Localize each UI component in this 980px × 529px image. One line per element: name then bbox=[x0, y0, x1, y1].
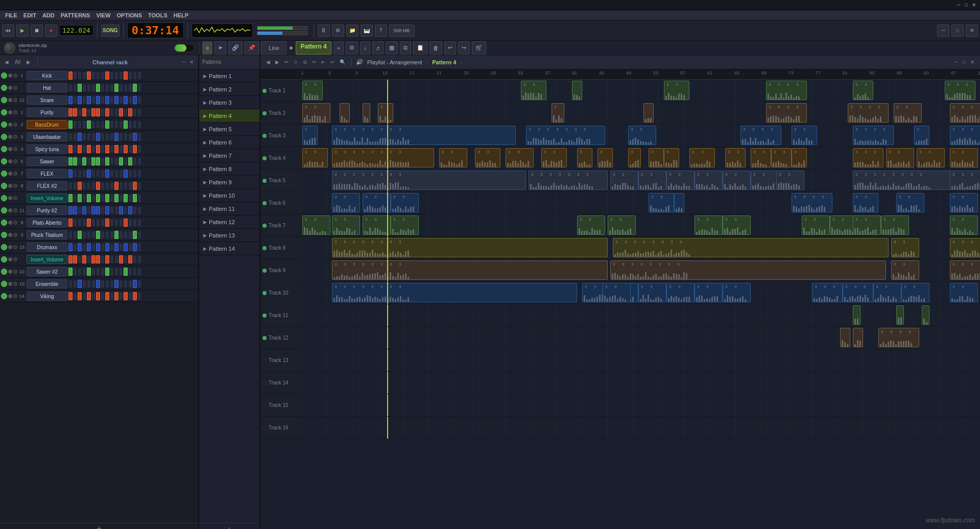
channel-row[interactable]: 9 Plato Abierto bbox=[0, 217, 198, 229]
channel-row[interactable]: Insert_Volume bbox=[0, 253, 198, 266]
mini-step[interactable] bbox=[82, 268, 86, 276]
ch-solo-btn[interactable] bbox=[13, 184, 17, 188]
sample-browser-btn[interactable]: 📁 bbox=[346, 25, 358, 37]
mini-step[interactable] bbox=[73, 194, 77, 202]
ch-mute-btn[interactable] bbox=[8, 123, 12, 127]
channel-row[interactable]: 8 FLEX #2 bbox=[0, 180, 198, 192]
mini-step[interactable] bbox=[114, 206, 118, 214]
clip-block[interactable]: 33 bbox=[363, 215, 391, 235]
pattern-add-btn[interactable]: + bbox=[333, 41, 344, 55]
mini-step[interactable] bbox=[137, 133, 141, 141]
clip-block[interactable]: 33 bbox=[723, 171, 751, 190]
mini-step[interactable] bbox=[91, 71, 95, 80]
mini-step[interactable] bbox=[73, 206, 77, 214]
clip-block[interactable]: 33 bbox=[751, 148, 771, 167]
mini-step[interactable] bbox=[82, 170, 86, 178]
pattern-props-btn[interactable]: ⚙ bbox=[346, 41, 358, 55]
ch-solo-btn[interactable] bbox=[13, 159, 17, 163]
clip-block[interactable]: 3 bbox=[914, 126, 929, 145]
mini-step[interactable] bbox=[124, 182, 128, 190]
ch-mute-btn[interactable] bbox=[8, 208, 12, 212]
mini-step[interactable] bbox=[128, 292, 132, 300]
del-btn[interactable]: 🗑 bbox=[429, 41, 442, 55]
mini-step[interactable] bbox=[119, 280, 123, 288]
clip-block[interactable]: 33 bbox=[363, 193, 391, 212]
clip-block[interactable]: 33 bbox=[302, 81, 323, 100]
mini-step[interactable] bbox=[91, 280, 95, 288]
clip-block[interactable]: 3333 bbox=[740, 126, 781, 145]
clip-block[interactable]: 3333 bbox=[766, 81, 807, 100]
clip-block[interactable]: 33333333 bbox=[950, 238, 980, 257]
channel-row[interactable]: 13 Drumaxx bbox=[0, 241, 198, 253]
clip-block[interactable]: 33 bbox=[896, 193, 924, 212]
mini-step[interactable] bbox=[68, 71, 73, 80]
mini-step[interactable] bbox=[119, 255, 123, 263]
menu-add[interactable]: ADD bbox=[39, 11, 58, 19]
pl-draw-btn[interactable]: ✏ bbox=[283, 59, 290, 65]
mini-step[interactable] bbox=[105, 219, 109, 227]
clip-block[interactable]: 33 bbox=[917, 148, 945, 167]
track-clips-area[interactable] bbox=[301, 372, 980, 394]
ch-power-btn[interactable] bbox=[1, 97, 7, 103]
clip-block[interactable] bbox=[340, 103, 350, 123]
menu-view[interactable]: VIEW bbox=[93, 11, 113, 19]
mini-step[interactable] bbox=[137, 84, 141, 92]
mini-step[interactable] bbox=[110, 108, 114, 116]
clip-block[interactable]: 33 bbox=[391, 193, 419, 212]
song-btn[interactable]: SONG bbox=[101, 25, 119, 37]
channel-row[interactable]: 10 Ensemble bbox=[0, 278, 198, 290]
mini-step[interactable] bbox=[96, 145, 100, 153]
ch-mute-btn[interactable] bbox=[8, 110, 12, 114]
clip-block[interactable]: 33 bbox=[853, 193, 878, 212]
mini-step[interactable] bbox=[78, 182, 82, 190]
mini-step[interactable] bbox=[105, 121, 109, 129]
track-clips-area[interactable]: 3333333333333333333 bbox=[301, 80, 980, 102]
mini-step[interactable] bbox=[110, 121, 114, 129]
pattern-item[interactable]: ▶ Pattern 12 bbox=[199, 215, 259, 229]
mini-step[interactable] bbox=[96, 170, 100, 178]
mini-step[interactable] bbox=[73, 243, 77, 251]
clip-block[interactable]: 333 bbox=[812, 283, 843, 302]
mini-step[interactable] bbox=[96, 231, 100, 239]
clip-block[interactable]: 3 bbox=[552, 103, 564, 123]
close-btn[interactable]: ✕ bbox=[970, 2, 978, 8]
track-clips-area[interactable] bbox=[301, 304, 980, 326]
mini-step[interactable] bbox=[114, 243, 118, 251]
mini-step[interactable] bbox=[119, 157, 123, 165]
mini-step[interactable] bbox=[110, 71, 114, 80]
mini-step[interactable] bbox=[114, 292, 118, 300]
pattern-item[interactable]: ▶ Pattern 9 bbox=[199, 176, 259, 189]
ch-solo-btn[interactable] bbox=[13, 135, 17, 139]
clip-block[interactable]: 33333333 bbox=[332, 238, 608, 257]
clip-block[interactable]: 33 bbox=[695, 283, 723, 302]
cr-close-btn[interactable]: ✕ bbox=[188, 59, 195, 65]
pl-cut-btn[interactable]: ✂ bbox=[310, 59, 318, 65]
link-btn[interactable]: 🔗 bbox=[228, 41, 243, 55]
menu-help[interactable]: HELP bbox=[171, 11, 192, 19]
ch-power-btn[interactable] bbox=[1, 244, 7, 250]
ch-solo-btn[interactable] bbox=[13, 233, 17, 237]
mini-step[interactable] bbox=[133, 121, 137, 129]
clip-block[interactable]: 3 bbox=[378, 103, 393, 123]
mini-step[interactable] bbox=[114, 108, 118, 116]
clip-block[interactable]: 33 bbox=[802, 215, 830, 235]
mini-step[interactable] bbox=[124, 268, 128, 276]
mini-step[interactable] bbox=[78, 219, 82, 227]
pl-select-btn[interactable]: ⊹ bbox=[292, 59, 299, 65]
mini-step[interactable] bbox=[133, 219, 137, 227]
mini-step[interactable] bbox=[105, 206, 109, 214]
mini-step[interactable] bbox=[68, 84, 73, 92]
clip-block[interactable]: 33 bbox=[638, 171, 666, 190]
clip-block[interactable]: 33 bbox=[723, 215, 751, 235]
mini-step[interactable] bbox=[87, 280, 91, 288]
clip-block[interactable]: 33 bbox=[608, 215, 636, 235]
clip-block[interactable]: 33 bbox=[439, 148, 467, 167]
mini-step[interactable] bbox=[78, 255, 82, 263]
mini-step[interactable] bbox=[82, 280, 86, 288]
track-clips-area[interactable]: 3333333333333333333333333333333333333 bbox=[301, 125, 980, 147]
ch-power-btn[interactable] bbox=[1, 232, 7, 238]
mini-step[interactable] bbox=[73, 268, 77, 276]
clip-block[interactable]: 333 bbox=[853, 148, 883, 167]
clip-block[interactable]: 33 bbox=[666, 283, 695, 302]
mini-step[interactable] bbox=[128, 71, 132, 80]
